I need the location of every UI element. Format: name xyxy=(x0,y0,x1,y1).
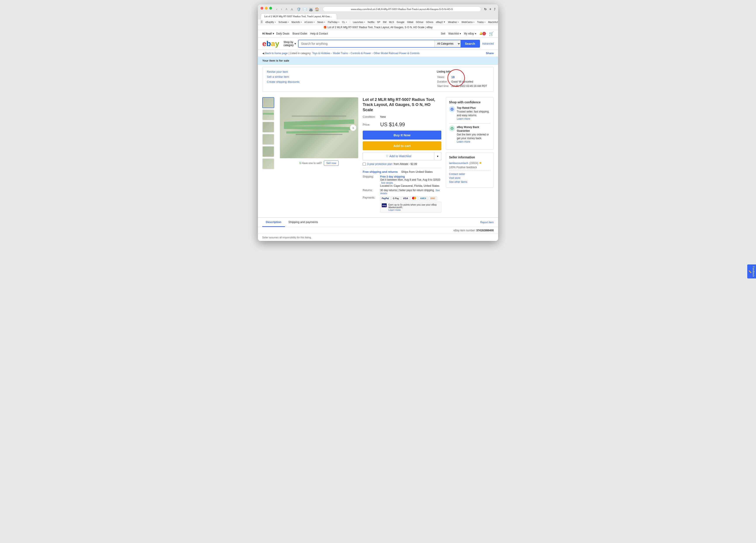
sell-now-button[interactable]: Sell now xyxy=(324,161,338,166)
bookmark-macinfo[interactable]: MacInfo ● xyxy=(292,20,302,24)
bookmark-trains[interactable]: Trains ● xyxy=(477,20,486,24)
tab-shipping-payments[interactable]: Shipping and payments xyxy=(285,218,322,227)
breadcrumb-controls[interactable]: Controls & Power xyxy=(350,52,371,55)
thumbnail-6[interactable] xyxy=(262,158,274,169)
returns-value: 30 day returns | Seller pays for return … xyxy=(380,189,441,195)
share-button[interactable]: Share xyxy=(486,52,494,55)
forward-button[interactable]: › xyxy=(280,7,283,12)
tab-description[interactable]: Description xyxy=(262,218,285,227)
sell-similar-link[interactable]: Sell a similar item xyxy=(267,75,300,78)
sell-link[interactable]: Sell xyxy=(441,32,445,35)
browser-chrome: ‹ › A A 🛡️ ✉️ 🖨️ 🏠 www.ebay.com/itm/Lot-… xyxy=(258,4,498,19)
thumbnail-1[interactable] xyxy=(262,97,274,108)
thumbnail-4[interactable] xyxy=(262,134,274,145)
shipping-see-details-link[interactable]: See details xyxy=(381,182,393,184)
back-home-link[interactable]: Back to home page xyxy=(265,52,288,55)
report-item-link[interactable]: Report item xyxy=(480,221,494,224)
bookmark-cl[interactable]: CL ● xyxy=(342,20,347,24)
add-to-watchlist-button[interactable]: ♡ Add to Watchlist xyxy=(363,152,434,160)
mail-icon: ✉️ xyxy=(303,7,307,11)
visit-store-link[interactable]: Visit store xyxy=(449,176,490,180)
bookmark-google[interactable]: Google xyxy=(397,20,404,24)
watchlist-link[interactable]: Watchlist ▾ xyxy=(448,32,461,35)
help-contact-link[interactable]: Help & Contact xyxy=(310,32,328,35)
active-tab[interactable]: Lot of 2 MLR Mfg RT-5007 Radius Tool, Tr… xyxy=(261,14,337,19)
back-arrow: ◀ xyxy=(262,52,264,55)
buy-now-button[interactable]: Buy It Now xyxy=(363,131,441,140)
thumbnail-2[interactable] xyxy=(262,109,274,120)
shipping-discounts-link[interactable]: Create shipping discounts xyxy=(267,80,300,83)
search-button[interactable]: Search xyxy=(461,40,480,47)
category-select[interactable]: All Categories xyxy=(434,40,461,47)
protection-price: from Allstate - $2.99 xyxy=(394,163,417,166)
bookmark-schwab[interactable]: Schwab ● xyxy=(278,20,289,24)
bookmark-sm[interactable]: SM xyxy=(383,20,387,24)
user-greeting[interactable]: Hi Neal! ▾ xyxy=(262,32,274,35)
bookmark-mls[interactable]: MLS xyxy=(389,20,394,24)
thumbnail-3[interactable] xyxy=(262,122,274,133)
minimize-button[interactable] xyxy=(265,7,268,10)
font-large-button[interactable]: A xyxy=(290,7,294,12)
watchlist-dropdown-button[interactable]: ▾ xyxy=(434,152,441,160)
address-bar[interactable]: www.ebay.com/itm/Lot-2-MLR-Mfg-RT-5007-R… xyxy=(323,7,481,12)
price-label: Price: xyxy=(363,123,380,126)
breadcrumb-other[interactable]: Other Model Railroad Power & Controls xyxy=(374,52,420,55)
shield-icon: 🛡️ xyxy=(297,7,301,11)
bookmark-news[interactable]: News ● xyxy=(317,20,325,24)
search-input[interactable] xyxy=(299,40,434,47)
bookmark-flatoday[interactable]: FlaToday ● xyxy=(328,20,339,24)
daily-deals-link[interactable]: Daily Deals xyxy=(276,32,290,35)
protection-link[interactable]: 3-year protection plan xyxy=(367,163,392,166)
bookmark-netflix[interactable]: Netflix xyxy=(368,20,375,24)
back-button[interactable]: ‹ xyxy=(275,7,278,12)
bookmark-gdocs[interactable]: GDocs xyxy=(426,20,433,24)
bookmark-macinfo2[interactable]: MacInfo2 ● xyxy=(488,20,498,24)
returns-label: Returns: xyxy=(363,189,380,195)
bookmark-ebaymY[interactable]: eBayMy ● xyxy=(265,20,276,24)
breadcrumb-model-trains[interactable]: Model Trains xyxy=(333,52,348,55)
add-tab-icon[interactable]: + xyxy=(489,7,491,11)
protection-checkbox[interactable] xyxy=(363,163,366,166)
reload-icon[interactable]: ↻ xyxy=(484,7,487,11)
brand-outlet-link[interactable]: Brand Outlet xyxy=(292,32,307,35)
dollar-icon: $ xyxy=(299,162,301,165)
money-back-learn-more[interactable]: Learn more xyxy=(457,140,490,144)
bookmark-launches[interactable]: Launches ● xyxy=(353,20,365,24)
bookmark-gdrive[interactable]: GDrive xyxy=(416,20,423,24)
advanced-search-link[interactable]: Advanced xyxy=(482,42,494,45)
listing-meta: Listing info Views: 18 Durat xyxy=(437,70,489,88)
add-to-cart-button[interactable]: Add to cart xyxy=(363,141,441,150)
seller-name-row: lambocountach (23924) ★ xyxy=(449,161,490,165)
feedback-tab[interactable]: Feedback ✏️ xyxy=(747,265,756,278)
maximize-button[interactable] xyxy=(269,7,272,10)
top-rated-learn-more[interactable]: Learn more xyxy=(457,117,490,121)
traffic-lights xyxy=(261,7,272,10)
bookmark-gmail[interactable]: GMail xyxy=(407,20,413,24)
bookmark-sp[interactable]: SP xyxy=(377,20,380,24)
close-button[interactable] xyxy=(261,7,263,10)
see-other-items-link[interactable]: See other items xyxy=(449,180,490,183)
thumbnail-5[interactable] xyxy=(262,146,274,157)
share-icon[interactable]: ⤴ xyxy=(494,7,495,11)
notifications-icon[interactable]: 🔔 5 xyxy=(479,32,486,35)
image-next-button[interactable]: › xyxy=(350,125,356,131)
seller-name-link[interactable]: lambocountach xyxy=(449,161,468,165)
breadcrumb-toys[interactable]: Toys & Hobbies xyxy=(312,52,330,55)
payment-icons: PayPal G Pay VISA AMEX xyxy=(380,196,441,201)
bookmark-weather[interactable]: Weather ● xyxy=(448,20,459,24)
bookmark-ebay2[interactable]: eBay2 ▼ xyxy=(436,20,445,24)
bookmark-ecomm[interactable]: eComm ● xyxy=(304,20,315,24)
bookmark-webcams[interactable]: WebCams ● xyxy=(461,20,475,24)
shop-by-category[interactable]: Shop bycategory ▾ xyxy=(284,41,296,47)
revise-item-link[interactable]: Revise your item xyxy=(267,70,300,73)
seller-box: Seller information lambocountach (23924)… xyxy=(446,152,494,188)
views-wrapper: 18 xyxy=(451,75,455,79)
tab-title: Lot of 2 MLR Mfg RT-5007 Radius Tool, Tr… xyxy=(264,15,337,18)
mastercard-learn-more[interactable]: Learn more xyxy=(388,209,401,211)
main-image-column: › $ Have one to sell? Sell now xyxy=(280,97,358,214)
mastercard-icon xyxy=(411,196,418,201)
my-ebay-link[interactable]: My eBay ▾ xyxy=(464,32,476,35)
cart-icon[interactable]: 🛒 xyxy=(489,31,494,36)
font-small-button[interactable]: A xyxy=(285,7,288,12)
contact-seller-link[interactable]: Contact seller xyxy=(449,173,490,176)
